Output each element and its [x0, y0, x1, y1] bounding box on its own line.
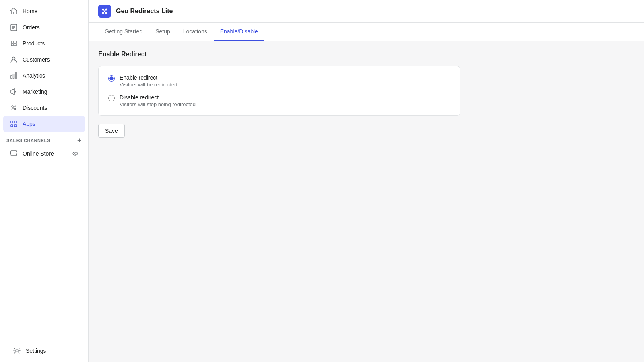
- sidebar-item-analytics-label: Analytics: [23, 72, 45, 79]
- svg-point-4: [12, 57, 15, 60]
- sidebar-item-online-store-label: Online Store: [23, 150, 54, 157]
- save-button[interactable]: Save: [98, 124, 125, 138]
- sidebar-item-products-label: Products: [23, 40, 45, 47]
- svg-point-17: [16, 350, 18, 352]
- discounts-icon: [10, 104, 18, 112]
- store-icon: [10, 150, 18, 158]
- sidebar-item-products[interactable]: Products: [3, 35, 85, 51]
- svg-point-8: [12, 106, 13, 107]
- enable-redirect-option[interactable]: Enable redirect Visitors will be redirec…: [108, 74, 450, 88]
- sidebar-item-orders[interactable]: Orders: [3, 19, 85, 35]
- svg-line-10: [12, 106, 16, 110]
- sales-channels-section: SALES CHANNELS +: [0, 132, 88, 146]
- sidebar-item-customers-label: Customers: [23, 56, 50, 63]
- svg-rect-14: [14, 125, 17, 127]
- section-title: Enable Redirect: [98, 51, 634, 58]
- orders-icon: [10, 23, 18, 31]
- svg-point-16: [74, 153, 76, 154]
- analytics-icon: [10, 72, 18, 80]
- enable-redirect-card: Enable redirect Visitors will be redirec…: [98, 66, 460, 116]
- tab-setup[interactable]: Setup: [149, 23, 177, 41]
- sidebar-item-discounts[interactable]: Discounts: [3, 100, 85, 116]
- enable-redirect-text: Enable redirect Visitors will be redirec…: [120, 74, 178, 88]
- svg-rect-12: [14, 121, 17, 123]
- enable-redirect-label: Enable redirect: [120, 74, 178, 81]
- customers-icon: [10, 56, 18, 64]
- sidebar-bottom: Settings: [0, 339, 88, 362]
- disable-redirect-desc: Visitors will stop being redirected: [120, 101, 196, 107]
- app-title: Geo Redirects Lite: [116, 8, 173, 15]
- disable-redirect-option[interactable]: Disable redirect Visitors will stop bein…: [108, 94, 450, 107]
- disable-redirect-label: Disable redirect: [120, 94, 196, 101]
- tab-enable-disable[interactable]: Enable/Disable: [214, 23, 264, 41]
- sidebar-item-orders-label: Orders: [23, 24, 40, 31]
- sidebar-item-apps-label: Apps: [23, 121, 35, 127]
- svg-rect-13: [11, 125, 13, 127]
- sidebar-nav: Home Orders Products: [0, 0, 88, 339]
- tab-locations[interactable]: Locations: [177, 23, 214, 41]
- home-icon: [10, 7, 18, 15]
- disable-redirect-radio[interactable]: [108, 95, 115, 101]
- sidebar-item-settings[interactable]: Settings: [6, 343, 82, 359]
- tabs-bar: Getting Started Setup Locations Enable/D…: [89, 23, 644, 41]
- svg-rect-11: [11, 121, 13, 123]
- svg-rect-6: [13, 74, 14, 78]
- radio-group: Enable redirect Visitors will be redirec…: [108, 74, 450, 107]
- marketing-icon: [10, 88, 18, 96]
- svg-rect-7: [15, 73, 17, 78]
- app-header: Geo Redirects Lite: [89, 0, 644, 23]
- sidebar-item-online-store[interactable]: Online Store: [3, 146, 85, 162]
- sidebar-item-discounts-label: Discounts: [23, 105, 47, 111]
- apps-icon: [10, 120, 18, 128]
- sidebar-item-customers[interactable]: Customers: [3, 51, 85, 68]
- sidebar-item-home[interactable]: Home: [3, 3, 85, 19]
- sidebar: Home Orders Products: [0, 0, 89, 362]
- svg-rect-5: [11, 76, 12, 78]
- products-icon: [10, 39, 18, 47]
- sidebar-item-home-label: Home: [23, 8, 37, 14]
- page-content: Enable Redirect Enable redirect Visitors…: [89, 41, 644, 147]
- app-icon: [98, 5, 111, 18]
- sidebar-item-marketing-label: Marketing: [23, 88, 47, 95]
- enable-redirect-radio[interactable]: [108, 75, 115, 82]
- add-sales-channel-icon[interactable]: +: [77, 137, 82, 144]
- sidebar-item-settings-label: Settings: [26, 348, 46, 354]
- online-store-eye-icon[interactable]: [72, 150, 78, 157]
- settings-icon: [13, 347, 21, 355]
- sidebar-item-analytics[interactable]: Analytics: [3, 68, 85, 84]
- tab-getting-started[interactable]: Getting Started: [98, 23, 149, 41]
- enable-redirect-desc: Visitors will be redirected: [120, 82, 178, 88]
- svg-point-9: [14, 108, 16, 110]
- disable-redirect-text: Disable redirect Visitors will stop bein…: [120, 94, 196, 107]
- sidebar-item-apps[interactable]: Apps: [3, 116, 85, 132]
- sidebar-item-marketing[interactable]: Marketing: [3, 84, 85, 100]
- svg-point-15: [73, 152, 78, 155]
- main-content: Geo Redirects Lite Getting Started Setup…: [89, 0, 644, 362]
